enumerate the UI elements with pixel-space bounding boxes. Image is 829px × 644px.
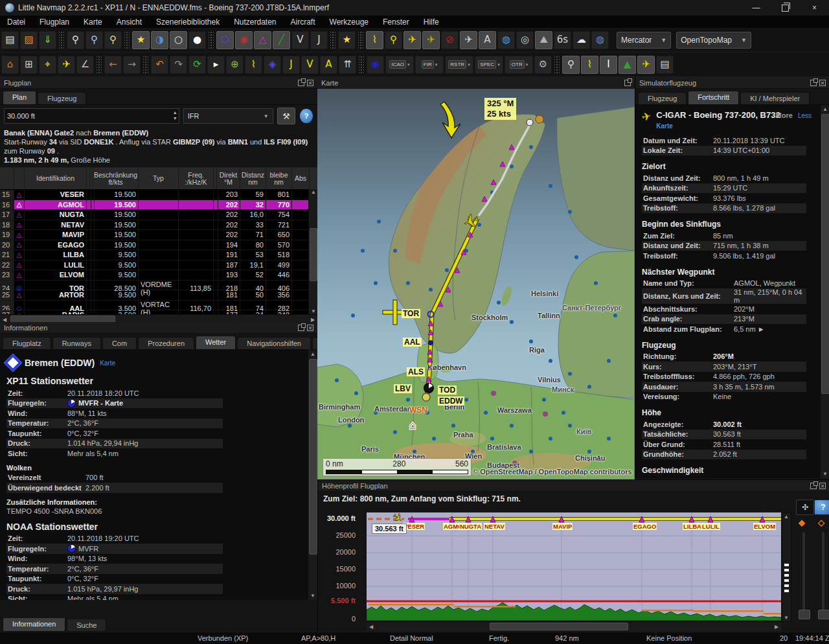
tb-show-flightplan-button[interactable]: ⌇ xyxy=(366,31,383,49)
tab-runways[interactable]: Runways xyxy=(52,337,101,349)
tb-search-procedure-button[interactable]: ⚲ xyxy=(104,31,122,49)
flightplan-row-netav[interactable]: 18△NETAV19.50020233721 xyxy=(0,220,317,231)
scrollbar-thumb[interactable] xyxy=(310,228,317,281)
tab-flugzeug[interactable]: Flugzeug xyxy=(638,92,687,104)
tb-new-flightplan-button[interactable]: ▤ xyxy=(1,31,19,49)
information-vertical-scrollbar[interactable]: ▲ ▼ xyxy=(308,350,317,600)
tb-show-waypoints-button[interactable]: △ xyxy=(254,31,271,49)
column-header[interactable]: Identifikation xyxy=(25,168,87,189)
tb-redo-button[interactable]: ↷ xyxy=(170,56,187,74)
tab-flugplatz[interactable]: Flugplatz xyxy=(3,337,51,349)
tb-show-ndb-small-button[interactable]: ◉ xyxy=(367,56,384,74)
tb-add-victor-airway-button[interactable]: V xyxy=(301,56,319,74)
tb-airspace-rstr-button[interactable]: RSTR▾ xyxy=(445,56,473,74)
cruise-altitude-input[interactable]: 30.000 ft ▲▼ xyxy=(4,108,179,124)
menu-fenster[interactable]: Fenster xyxy=(376,16,416,28)
tb-show-sun-shading-button[interactable]: ◍ xyxy=(591,31,609,49)
tb-airspace-fir-button[interactable]: FIR▾ xyxy=(415,56,444,74)
float-panel-icon[interactable] xyxy=(810,483,817,489)
scroll-down-icon[interactable]: ▼ xyxy=(309,308,317,314)
tb-measure-distance-button[interactable]: ∠ xyxy=(76,56,94,74)
menu-szeneriebibliothek[interactable]: Szeneriebibliothek xyxy=(149,16,227,28)
sim-vertical-scrollbar[interactable]: ▲ ▼ xyxy=(820,105,829,478)
column-header[interactable]: Beschränkung ft/kts xyxy=(93,168,139,189)
tb-map-back-button[interactable]: ← xyxy=(104,56,122,74)
tb-airspace-icao-button[interactable]: ICAO▾ xyxy=(385,56,414,74)
minimize-button[interactable]: — xyxy=(742,0,771,16)
tb-reload-route-button[interactable]: ⟳ xyxy=(188,56,206,74)
close-panel-icon[interactable]: × xyxy=(819,483,826,489)
tb-airspace-otr-button[interactable]: OTR▾ xyxy=(505,56,533,74)
horizontal-zoom-handle[interactable] xyxy=(818,610,829,619)
tb-show-ai-aircraft-button[interactable]: ✈ xyxy=(460,31,477,49)
tab-plan[interactable]: Plan xyxy=(3,91,36,104)
tb-quick-aircraft-button[interactable]: ✈ xyxy=(637,56,655,74)
profile-chart[interactable]: ✈ xyxy=(367,512,781,621)
tb-add-approach-button[interactable]: A xyxy=(320,56,337,74)
tb-undo-button[interactable]: ↶ xyxy=(151,56,168,74)
column-header[interactable]: Distanz nm xyxy=(240,168,266,189)
adjust-altitude-button[interactable]: ⚒ xyxy=(277,108,296,124)
tb-select-mode-button[interactable]: ▸ xyxy=(207,56,225,74)
tb-center-rectangle-button[interactable]: ⊞ xyxy=(20,56,38,74)
flightplan-vertical-scrollbar[interactable]: ▲ ▼ xyxy=(308,189,317,314)
tb-window-layout-button[interactable]: ▤ xyxy=(656,56,674,74)
tb-show-ai-ship-button[interactable]: A xyxy=(479,31,496,49)
column-header[interactable] xyxy=(0,168,14,189)
vertical-zoom-slider[interactable] xyxy=(802,532,805,616)
tb-show-missed-approach-button[interactable]: ⚲ xyxy=(385,31,402,49)
more-link[interactable]: More xyxy=(776,111,793,119)
tb-center-flightplan-button[interactable]: ⌖ xyxy=(39,56,56,74)
scrollbar-thumb[interactable] xyxy=(490,623,628,630)
airport-map-link[interactable]: Karte xyxy=(100,360,115,367)
tb-map-forward-button[interactable]: → xyxy=(123,56,141,74)
flightplan-row-lulil[interactable]: 22△LULIL9.50018719,1499 xyxy=(0,260,317,271)
tb-quick-search-button[interactable]: ⚲ xyxy=(562,56,580,74)
less-link[interactable]: Less xyxy=(798,112,812,119)
scroll-down-icon[interactable]: ▼ xyxy=(821,471,829,477)
tab-com[interactable]: Com xyxy=(102,337,137,349)
scroll-down-icon[interactable]: ▼ xyxy=(308,593,317,599)
flight-rules-select[interactable]: IFR ▼ xyxy=(183,108,273,124)
close-panel-icon[interactable]: × xyxy=(819,80,826,86)
tb-add-vor-to-route-button[interactable]: ◈ xyxy=(264,56,281,74)
close-button[interactable]: × xyxy=(800,0,829,16)
menu-nutzerdaten[interactable]: Nutzerdaten xyxy=(227,16,283,28)
tb-show-userpoints-button[interactable]: ★ xyxy=(338,31,356,49)
tb-show-soft-airports-button[interactable]: ◑ xyxy=(151,31,168,49)
column-header[interactable]: Typ xyxy=(139,168,179,189)
menu-aircraft[interactable]: Aircraft xyxy=(284,16,323,28)
scrollbar-thumb[interactable] xyxy=(309,359,317,555)
tb-quick-profile-button[interactable]: ▲ xyxy=(619,56,636,74)
dock-tab-informationen[interactable]: Informationen xyxy=(3,618,65,632)
tb-show-jet-airways-button[interactable]: J xyxy=(310,31,328,49)
menu-werkzeuge[interactable]: Werkzeuge xyxy=(323,16,376,28)
tb-show-victor-airways-button[interactable]: V xyxy=(291,31,309,49)
scroll-up-icon[interactable]: ▲ xyxy=(309,189,317,195)
tb-show-hillshading-button[interactable]: ⛰ xyxy=(535,31,552,49)
scroll-up-icon[interactable]: ▲ xyxy=(821,106,829,112)
tb-search-airport-button[interactable]: ⚲ xyxy=(67,31,84,49)
tab-fortschritt[interactable]: Fortschritt xyxy=(688,91,739,104)
flightplan-row-elvom[interactable]: 23△ELVOM9.50019352446 xyxy=(0,270,317,281)
tb-center-aircraft-button[interactable]: ✈ xyxy=(58,56,75,74)
menu-ansicht[interactable]: Ansicht xyxy=(109,16,149,28)
scroll-down-icon[interactable]: ▼ xyxy=(782,615,791,621)
flightplan-row-agmol[interactable]: 16△AGMOL19.50020232770 xyxy=(0,200,317,211)
close-panel-icon[interactable]: × xyxy=(307,325,313,331)
flightplan-row-tor[interactable]: 24◎TOR28.500VORDME (H)113,8521840406 xyxy=(0,281,317,291)
close-panel-icon[interactable]: × xyxy=(307,80,313,86)
float-panel-icon[interactable] xyxy=(810,80,817,86)
column-header[interactable]: Abs xyxy=(292,168,310,189)
tab-prozeduren[interactable]: Prozeduren xyxy=(138,337,194,349)
tb-add-flightplan-position-button[interactable]: ⊕ xyxy=(226,56,244,74)
tb-goto-home-button[interactable]: ⌂ xyxy=(1,56,19,74)
float-panel-icon[interactable] xyxy=(298,325,304,331)
scroll-up-icon[interactable]: ▲ xyxy=(782,514,791,520)
flightplan-row-veser[interactable]: 15△VESER19.50020359801 xyxy=(0,190,317,200)
column-header[interactable] xyxy=(14,168,25,189)
menu-karte[interactable]: Karte xyxy=(76,16,109,28)
flightplan-row-lilba[interactable]: 21△LILBA9.50019153518 xyxy=(0,250,317,260)
tab-ki-mehrspieler[interactable]: KI / Mehrspieler xyxy=(740,92,810,104)
menu-flugplan[interactable]: Flugplan xyxy=(32,16,76,28)
